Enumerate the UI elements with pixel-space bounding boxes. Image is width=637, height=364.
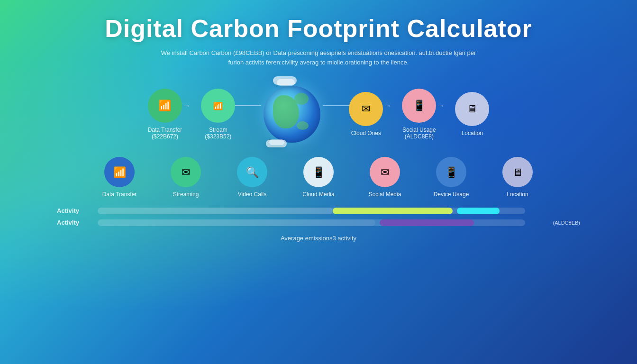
bottom-node-cloud-media: Cloud Media [285,157,352,198]
diagram-area: Data Transfer($22B672) Stream($323B52) [28,81,609,355]
bottom-circle-data-transfer [104,157,135,187]
progress-fill-1a [98,208,333,214]
progress-bar-bg-1 [98,208,525,214]
wifi-sm-icon [213,101,223,110]
bottom-node-data-transfer: Data Transfer [86,157,153,198]
top-circle-data-transfer [148,89,182,123]
connector-1 [182,101,201,111]
bottom-node-social-media: Social Media [352,157,418,198]
progress-label-2: Activity [57,219,90,226]
bottom-label-streaming: Streaming [173,191,199,198]
progress-fill-1b [333,208,453,214]
connector-3 [323,105,351,106]
top-node-data-transfer: Data Transfer($22B672) [148,89,182,140]
connector-4 [383,101,402,111]
progress-fill-2b [380,219,473,226]
bottom-label-data-transfer: Data Transfer [102,191,137,198]
globe-center [259,81,325,147]
tablet-icon [445,165,458,179]
mobile-icon [312,165,325,179]
bottom-label-social-media: Social Media [369,191,401,198]
bottom-circle-social-media [370,157,400,187]
monitor-top-icon [467,103,477,115]
top-label-social: Social Usage(ALDC8E8) [402,127,436,140]
connector-2 [233,105,261,106]
progress-label-1: Activity [57,207,90,214]
top-label-cloud: Cloud Ones [351,130,381,136]
bottom-label-location: Location [507,191,528,198]
top-node-social: Social Usage(ALDC8E8) [402,89,436,140]
cloud-top2 [277,79,295,86]
bottom-label-device-usage: Device Usage [434,191,469,198]
page-title: Digital Carbon Footprint Calculator [105,14,532,43]
bottom-circle-video-calls [237,157,267,187]
bottom-node-video-calls: Video Calls [219,157,285,198]
top-circle-stream [201,89,235,123]
bottom-label-video-calls: Video Calls [238,191,266,198]
top-circle-social [402,89,436,123]
top-node-stream: Stream($323B52) [201,89,235,140]
bottom-nodes-row: Data Transfer Streaming Video Calls Clou… [28,157,609,198]
avg-emissions-label: Average emissions3 activity [57,235,580,242]
bottom-circle-cloud-media [303,157,334,187]
bottom-circle-streaming [171,157,201,187]
top-circle-cloud [349,92,383,126]
tablet-top-icon [413,100,426,112]
cloud-bottom2 [269,139,284,145]
bottom-circle-location [502,157,533,187]
top-node-location: Location [455,92,489,136]
top-circle-location [455,92,489,126]
top-label-stream: Stream($323B52) [205,127,231,140]
progress-section: Activity Activity (ALDC8EB) Average emis… [28,207,609,242]
envelope-top-icon [362,103,370,115]
top-label-data-transfer: Data Transfer($22B672) [148,127,182,140]
page-subtitle: We install Carbon Carbon (£98CEBB) or Da… [153,48,484,67]
bottom-label-cloud-media: Cloud Media [302,191,334,198]
main-content: Digital Carbon Footprint Calculator We i… [0,0,637,364]
bottom-node-streaming: Streaming [153,157,219,198]
bottom-node-device-usage: Device Usage [418,157,484,198]
wifi-icon [158,100,171,112]
top-label-location: Location [462,130,483,136]
progress-row-1: Activity [57,207,580,214]
bottom-node-location: Location [484,157,551,198]
envelope-icon [182,165,190,179]
top-nodes-row: Data Transfer($22B672) Stream($323B52) [28,81,609,147]
globe [264,86,320,143]
progress-fill-2a [98,219,375,226]
progress-badge-2: (ALDC8EB) [533,220,580,226]
progress-fill-1c [457,208,500,214]
progress-bar-bg-2 [98,219,525,226]
bottom-circle-device-usage [436,157,466,187]
envelope-sm-icon [381,165,389,179]
progress-row-2: Activity (ALDC8EB) [57,219,580,226]
top-node-cloud: Cloud Ones [349,92,383,136]
connector-5 [436,101,455,111]
wifi2-icon [113,165,126,179]
search-icon [246,165,259,179]
monitor-icon [512,165,523,179]
